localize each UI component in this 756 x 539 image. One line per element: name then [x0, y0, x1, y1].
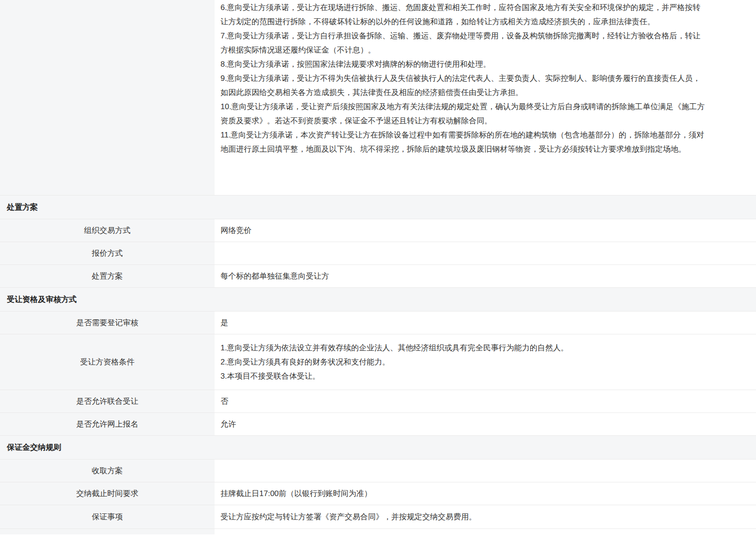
commitment-item-9: 9.意向受让方须承诺，受让方不得为失信被执行人及失信被执行人的法定代表人、主要负…: [220, 71, 706, 100]
section-title: 处置方案: [7, 202, 38, 212]
row-value: 挂牌截止日17:00前（以银行到账时间为准）: [215, 482, 756, 505]
row-label: 报价方式: [0, 242, 215, 264]
row-label: 是否需要登记审核: [0, 312, 215, 334]
row-label-empty: [0, 0, 215, 195]
row-value: [215, 242, 756, 264]
table-row-commitments: 6.意向受让方须承诺，受让方在现场进行拆除、搬运、危固废处置和相关工作时，应符合…: [0, 0, 756, 196]
row-label: 交纳截止时间要求: [0, 482, 215, 505]
table-row-joint-transfer: 是否允许联合受让 否: [0, 390, 756, 413]
row-value: 否: [215, 390, 756, 412]
commitment-item-8: 8.意向受让方须承诺，按照国家法律法规要求对摘牌的标的物进行使用和处理。: [220, 57, 706, 71]
table-row-online-signup: 是否允许网上报名 允许: [0, 413, 756, 436]
row-value-empty: [215, 529, 756, 534]
row-value: [215, 460, 756, 482]
commitment-item-11: 11.意向受让方须承诺，本次资产转让受让方在拆除设备过程中如有需要拆除标的所在地…: [220, 128, 706, 156]
row-label-empty: [0, 529, 215, 534]
table-row-collection-plan: 收取方案: [0, 460, 756, 482]
section-title: 受让资格及审核方式: [7, 294, 77, 305]
row-label: 是否允许联合受让: [0, 390, 215, 412]
row-label: 收取方案: [0, 460, 215, 482]
row-label: 处置方案: [0, 265, 215, 287]
row-label: 受让方资格条件: [0, 334, 215, 390]
row-value: 允许: [215, 413, 756, 435]
commitment-paragraphs: 6.意向受让方须承诺，受让方在现场进行拆除、搬运、危固废处置和相关工作时，应符合…: [215, 0, 756, 195]
table-row-qualification-conditions: 受让方资格条件 1.意向受让方须为依法设立并有效存续的企业法人、其他经济组织或具…: [0, 334, 756, 390]
asset-transfer-detail-table: 6.意向受让方须承诺，受让方在现场进行拆除、搬运、危固废处置和相关工作时，应符合…: [0, 0, 756, 539]
section-title: 保证金交纳规则: [7, 442, 61, 453]
commitment-item-10: 10.意向受让方须承诺，受让资产后须按照国家及地方有关法律法规的规定处置，确认为…: [220, 100, 706, 128]
table-row-disposal-plan: 处置方案 每个标的都单独征集意向受让方: [0, 265, 756, 288]
qualification-line-1: 1.意向受让方须为依法设立并有效存续的企业法人、其他经济组织或具有完全民事行为能…: [220, 341, 568, 355]
table-row-payment-deadline: 交纳截止时间要求 挂牌截止日17:00前（以银行到账时间为准）: [0, 482, 756, 505]
row-value: 受让方应按约定与转让方签署《资产交易合同》，并按规定交纳交易费用。: [215, 505, 756, 528]
row-value: 每个标的都单独征集意向受让方: [215, 265, 756, 287]
table-row-quote-method: 报价方式: [0, 242, 756, 265]
commitment-item-6: 6.意向受让方须承诺，受让方在现场进行拆除、搬运、危固废处置和相关工作时，应符合…: [220, 0, 706, 29]
table-row-trade-method: 组织交易方式 网络竞价: [0, 219, 756, 242]
commitment-item-7: 7.意向受让方须承诺，受让方自行承担设备拆除、运输、搬运、废弃物处理等费用，设备…: [220, 29, 706, 57]
row-label: 组织交易方式: [0, 219, 215, 242]
table-row-partial: [0, 529, 756, 534]
row-label: 保证事项: [0, 505, 215, 528]
row-label: 是否允许网上报名: [0, 413, 215, 435]
row-value-multiline: 1.意向受让方须为依法设立并有效存续的企业法人、其他经济组织或具有完全民事行为能…: [215, 334, 756, 390]
section-header-disposal-plan: 处置方案: [0, 196, 756, 219]
table-row-registration-review: 是否需要登记审核 是: [0, 312, 756, 334]
section-header-deposit-rules: 保证金交纳规则: [0, 436, 756, 460]
row-value: 网络竞价: [215, 219, 756, 242]
qualification-line-3: 3.本项目不接受联合体受让。: [220, 369, 320, 383]
qualification-line-2: 2.意向受让方须具有良好的财务状况和支付能力。: [220, 355, 390, 369]
section-header-qualification: 受让资格及审核方式: [0, 288, 756, 312]
table-row-guarantee-matters: 保证事项 受让方应按约定与转让方签署《资产交易合同》，并按规定交纳交易费用。: [0, 505, 756, 529]
row-value: 是: [215, 312, 756, 334]
